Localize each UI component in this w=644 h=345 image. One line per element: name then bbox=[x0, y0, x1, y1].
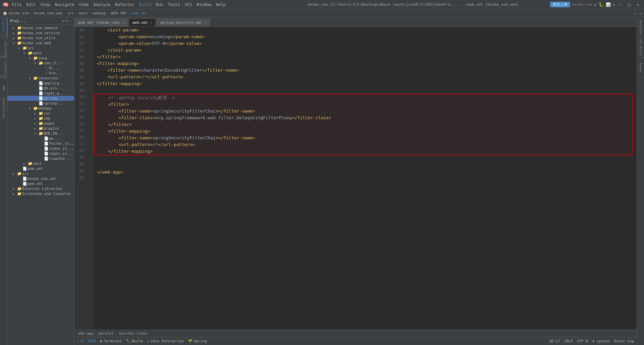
upload-button[interactable]: 抢先上传 bbox=[550, 2, 570, 7]
code-line-49 bbox=[97, 87, 634, 94]
java-enterprise-tab[interactable]: ☕ Java Enterprise bbox=[147, 339, 184, 343]
tree-item-or[interactable]: ▶ C Or... bbox=[7, 66, 74, 71]
tree-item-log4j[interactable]: ▶ 📄 log4j.p... bbox=[7, 91, 74, 96]
line-ending[interactable]: CRLF bbox=[564, 339, 573, 343]
sidebar-project-icon[interactable]: 1: Project bbox=[0, 17, 7, 38]
settings-icon[interactable]: ⚙ bbox=[613, 2, 615, 7]
sidebar-web-icon[interactable]: Web bbox=[0, 78, 7, 98]
indent-spaces[interactable]: 4 spaces bbox=[592, 339, 610, 343]
tree-item-src[interactable]: ▼ 📁 src bbox=[7, 46, 74, 51]
menu-navigate[interactable]: Navigate bbox=[55, 2, 74, 7]
menu-file[interactable]: File bbox=[12, 2, 21, 7]
back-arrow[interactable]: ← bbox=[634, 11, 637, 16]
tree-item-src2[interactable]: ▶ 📁 src bbox=[7, 171, 74, 176]
forward-arrow[interactable]: → bbox=[639, 11, 641, 16]
bottom-bc-item-2[interactable]: servlet-class bbox=[119, 331, 148, 336]
tree-item-pages[interactable]: ▶ 📁 pages bbox=[7, 121, 74, 126]
tab-web-xml[interactable]: web.xml ✕ bbox=[129, 18, 156, 26]
tree-item-img[interactable]: ▶ 📁 img bbox=[7, 116, 74, 121]
encoding[interactable]: UTF-8 bbox=[577, 339, 588, 343]
menu-build[interactable]: Build bbox=[139, 2, 151, 7]
tree-item-login[interactable]: ▶ 📄 login.js... bbox=[7, 151, 74, 156]
tree-item-we[interactable]: ▶ 📄 we... bbox=[7, 136, 74, 141]
close-button[interactable]: ✕ bbox=[635, 2, 641, 7]
minimize-button[interactable]: − bbox=[617, 2, 624, 7]
menu-analyze[interactable]: Analyze bbox=[93, 2, 110, 7]
debug-icon[interactable]: 🐛 bbox=[599, 2, 604, 7]
tree-item-spring-xml[interactable]: ▶ 📄 spring- bbox=[7, 96, 74, 101]
breadcrumb-item-1[interactable]: heima_ssm_web bbox=[34, 11, 62, 15]
tree-item-java[interactable]: ▼ 📁 java bbox=[7, 56, 74, 61]
project-gear-icon[interactable]: ⊕ bbox=[66, 19, 68, 23]
breadcrumb-item-5[interactable]: WEB-INF bbox=[111, 11, 126, 15]
menu-tools[interactable]: Tools bbox=[168, 2, 180, 7]
menu-code[interactable]: Code bbox=[79, 2, 89, 7]
tree-item-db[interactable]: ▶ 📄 db.pro... bbox=[7, 86, 74, 91]
menu-refactor[interactable]: Refactor bbox=[115, 2, 135, 7]
tree-item-heima-ssm-utils[interactable]: ▶ 📁 heima_ssm_utils bbox=[7, 36, 74, 41]
file-icon: 📄 bbox=[44, 156, 49, 161]
tree-item-heima-ssm-domain[interactable]: ▶ 📁 heima_ssm_domain bbox=[7, 25, 74, 30]
run-icon[interactable]: ▶ bbox=[594, 2, 597, 7]
tree-item-webinf[interactable]: ▼ 📁 WEB-IN... bbox=[7, 131, 74, 136]
file-tree[interactable]: ▶ 📁 heima_ssm_domain ▶ 📁 heima_ssm_servi… bbox=[7, 25, 74, 345]
sidebar-favorites-icon[interactable]: 2: Favorites bbox=[0, 38, 7, 58]
menu-edit[interactable]: Edit bbox=[26, 2, 36, 7]
code-editor[interactable]: 40 41 42 43 44 45 46 47 48 49 50 51 52 5… bbox=[74, 27, 637, 330]
tab-pom-xml-close[interactable]: ✕ bbox=[122, 21, 124, 24]
bottom-bc-item-0[interactable]: web-app bbox=[78, 331, 93, 336]
breadcrumb-item-4[interactable]: webapp bbox=[93, 11, 106, 15]
tree-item-resources[interactable]: ▼ 📁 resources bbox=[7, 76, 74, 81]
tree-item-pom2[interactable]: ▶ 📄 pom.xml bbox=[7, 181, 74, 186]
tree-item-webapp[interactable]: ▼ 📁 webapp bbox=[7, 106, 74, 111]
event-log[interactable]: Event Log bbox=[614, 339, 634, 343]
tab-spring-security-close[interactable]: ✕ bbox=[204, 21, 206, 24]
breadcrumb-item-6[interactable]: web.xml bbox=[131, 11, 147, 15]
tree-item-failer[interactable]: ▶ 📄 failer.js... bbox=[7, 141, 74, 146]
breadcrumb-item-0[interactable]: heima_ssm bbox=[9, 11, 29, 15]
build-tab[interactable]: 🔨 Build bbox=[126, 339, 143, 343]
project-collapse-icon[interactable]: − bbox=[69, 19, 71, 23]
tree-item-pro[interactable]: ▶ C Pro... bbox=[7, 71, 74, 76]
menu-vcs[interactable]: VCS bbox=[185, 2, 192, 7]
maximize-button[interactable]: □ bbox=[626, 2, 633, 7]
tab-web-xml-close[interactable]: ✕ bbox=[150, 21, 152, 24]
tree-item-pom-xml[interactable]: ▶ 📄 pom.xml bbox=[7, 166, 74, 171]
breadcrumb-item-3[interactable]: main bbox=[79, 11, 88, 15]
bottom-bc-item-1[interactable]: servlet bbox=[98, 331, 114, 336]
tree-item-main[interactable]: ▼ 📁 main bbox=[7, 51, 74, 56]
right-sidebar-ant[interactable]: Ant Build bbox=[637, 38, 644, 58]
tree-item-heima-iml[interactable]: ▶ 📄 heima_ssm.iml bbox=[7, 176, 74, 181]
menu-view[interactable]: View bbox=[41, 2, 50, 7]
tree-item-css[interactable]: ▶ 📁 css bbox=[7, 111, 74, 116]
tree-item-tiaozhu[interactable]: ▶ 📄 tiaozhu... bbox=[7, 156, 74, 161]
tree-item-com-it[interactable]: ▼ 📁 com.it... bbox=[7, 61, 74, 66]
tree-item-index[interactable]: ▶ 📄 index.js... bbox=[7, 146, 74, 151]
xml-file-icon: 📄 bbox=[38, 96, 44, 100]
project-sync-icon[interactable]: ⚙ bbox=[62, 19, 64, 23]
spring-tab[interactable]: 🌱 Spring bbox=[188, 339, 207, 343]
sidebar-structure-icon[interactable]: Z: Structure bbox=[0, 58, 7, 78]
menu-window[interactable]: Window bbox=[197, 2, 211, 7]
tree-item-heima-ssm-service[interactable]: ▶ 📁 heima_ssm_service bbox=[7, 30, 74, 36]
tab-spring-security[interactable]: spring-security.xml ✕ bbox=[156, 18, 210, 26]
code-content[interactable]: <init-param> <param-name>encoding</param… bbox=[94, 27, 637, 330]
tab-pom-xml[interactable]: pom.xml (heima_ssm) ✕ bbox=[74, 18, 128, 26]
menu-run[interactable]: Run bbox=[156, 2, 163, 7]
menu-bar[interactable]: File Edit View Navigate Code Analyze Ref… bbox=[12, 2, 226, 7]
terminal-tab[interactable]: ▶ Terminal bbox=[100, 339, 122, 343]
tree-item-spring2[interactable]: ▶ 📄 spring-... bbox=[7, 101, 74, 106]
todo-tab[interactable]: ✓ 6: TODO bbox=[77, 339, 96, 343]
tree-item-external[interactable]: ▶ 📁 External Libraries bbox=[7, 186, 74, 191]
sidebar-persistence-icon[interactable]: Persistence bbox=[0, 98, 7, 118]
profile-icon[interactable]: 📊 bbox=[606, 2, 611, 7]
tree-item-applica[interactable]: ▶ 📄 applica... bbox=[7, 81, 74, 86]
right-sidebar-database[interactable]: Database bbox=[637, 17, 644, 38]
right-sidebar-maven[interactable]: Maven bbox=[637, 58, 644, 78]
tree-item-plugins[interactable]: ▶ 📁 plugins bbox=[7, 126, 74, 131]
tree-item-test[interactable]: ▶ 📁 test bbox=[7, 161, 74, 166]
menu-help[interactable]: Help bbox=[216, 2, 226, 7]
tree-item-heima-ssm-web[interactable]: ▼ 📁 heima_ssm_web bbox=[7, 41, 74, 46]
tree-item-scratches[interactable]: ▶ 📁 Scratches and Consoles bbox=[7, 191, 74, 196]
breadcrumb-item-2[interactable]: src bbox=[67, 11, 74, 15]
